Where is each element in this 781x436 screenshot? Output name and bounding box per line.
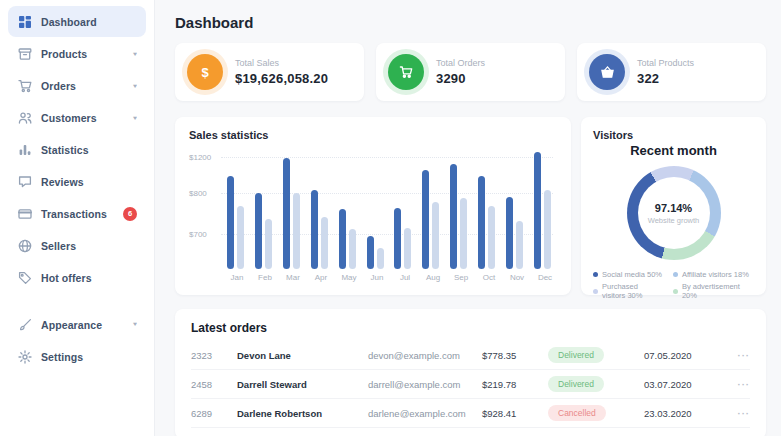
customer-email: devon@example.com (368, 350, 482, 361)
sales-bar-chart: $1200$800$700 (221, 151, 553, 269)
x-axis-tick: Dec (535, 273, 555, 282)
bar-group-dec (534, 151, 551, 269)
order-price: $928.41 (482, 408, 548, 419)
sidebar-item-settings[interactable]: Settings (8, 341, 146, 372)
orders-table: 2323Devon Lanedevon@example.com$778.35De… (191, 341, 750, 428)
settings-gear-icon (17, 349, 32, 364)
sidebar-item-customers[interactable]: Customers▾ (8, 102, 146, 133)
x-axis-tick: May (339, 273, 359, 282)
legend-item: By advertisement 20% (673, 282, 754, 300)
sidebar-item-hot-offers[interactable]: Hot offers (8, 262, 146, 293)
order-id: 6289 (191, 408, 237, 419)
website-growth-value: 97.14% (655, 202, 692, 214)
x-axis-tick: Apr (311, 273, 331, 282)
donut-center: 97.14% Website growth (638, 177, 710, 249)
notification-badge: 6 (123, 207, 137, 221)
basket-icon (589, 54, 625, 90)
status-badge: Delivered (548, 347, 604, 363)
sidebar-item-statistics[interactable]: Statistics (8, 134, 146, 165)
sidebar-item-label: Sellers (41, 240, 137, 252)
table-row: 2458Darrell Stewarddarrell@example.com$2… (191, 370, 750, 399)
sidebar-item-transactions[interactable]: Transactions6 (8, 198, 146, 229)
bar-group-sep (450, 151, 467, 269)
previous-bar (237, 206, 244, 269)
latest-orders-title: Latest orders (191, 321, 750, 335)
previous-bar (544, 190, 551, 269)
x-axis-tick: Feb (255, 273, 275, 282)
previous-bar (349, 229, 356, 269)
previous-bar (404, 228, 411, 269)
y-axis-tick: $1200 (189, 152, 211, 161)
sales-statistics-card: Sales statistics $1200$800$700 JanFebMar… (175, 117, 571, 295)
page-title: Dashboard (175, 14, 766, 31)
bar-group-nov (506, 151, 523, 269)
sidebar-item-orders[interactable]: Orders▾ (8, 70, 146, 101)
main-content: Dashboard $Total Sales$19,626,058.20Tota… (155, 0, 781, 436)
sidebar-item-appearance[interactable]: Appearance▾ (8, 309, 146, 340)
sidebar-item-label: Hot offers (41, 272, 137, 284)
sellers-globe-icon (17, 238, 32, 253)
bar-group-feb (255, 151, 272, 269)
legend-dot (673, 272, 678, 277)
chevron-down-icon: ▾ (133, 321, 137, 328)
row-menu-icon[interactable]: ··· (730, 379, 750, 390)
bar-group-jun (367, 151, 384, 269)
y-axis-tick: $800 (189, 189, 207, 198)
current-bar (422, 170, 429, 269)
legend-item: Purchased visitors 30% (593, 282, 663, 300)
appearance-brush-icon (17, 317, 32, 332)
legend-dot (673, 289, 678, 294)
legend-item: Affiliate visitors 18% (673, 270, 754, 279)
row-menu-icon[interactable]: ··· (730, 408, 750, 419)
row-menu-icon[interactable]: ··· (730, 350, 750, 361)
current-bar (283, 158, 290, 269)
order-price: $778.35 (482, 350, 548, 361)
sidebar-item-label: Statistics (41, 144, 137, 156)
sidebar-item-label: Customers (41, 112, 124, 124)
cart-icon (388, 54, 424, 90)
sidebar-item-label: Products (41, 48, 124, 60)
stat-label: Total Orders (436, 58, 485, 68)
legend-item: Social media 50% (593, 270, 663, 279)
order-date: 03.07.2020 (644, 379, 730, 390)
sidebar-item-products[interactable]: Products▾ (8, 38, 146, 69)
sidebar-item-dashboard[interactable]: Dashboard (8, 6, 146, 37)
sidebar-item-label: Transactions (41, 208, 114, 220)
products-icon (17, 46, 32, 61)
sidebar-item-label: Dashboard (41, 16, 137, 28)
table-row: 2323Devon Lanedevon@example.com$778.35De… (191, 341, 750, 370)
legend-label: Affiliate visitors 18% (682, 270, 749, 279)
customer-email: darlene@example.com (368, 408, 482, 419)
sidebar-item-sellers[interactable]: Sellers (8, 230, 146, 261)
previous-bar (321, 217, 328, 269)
current-bar (478, 176, 485, 269)
x-axis-tick: Jul (395, 273, 415, 282)
legend-label: By advertisement 20% (682, 282, 754, 300)
order-price: $219.78 (482, 379, 548, 390)
current-bar (534, 152, 541, 269)
table-row: 6289Darlene Robertsondarlene@example.com… (191, 399, 750, 428)
visitors-donut-chart: 97.14% Website growth (627, 166, 721, 260)
x-axis-tick: Mar (283, 273, 303, 282)
x-axis-labels: JanFebMarAprMayJunJulAugSepOctNovDec (227, 273, 555, 282)
x-axis-tick: Oct (479, 273, 499, 282)
hot-offers-tag-icon (17, 270, 32, 285)
statistics-icon (17, 142, 32, 157)
previous-bar (265, 219, 272, 269)
bar-group-jan (227, 151, 244, 269)
legend-label: Purchased visitors 30% (602, 282, 663, 300)
sidebar-item-reviews[interactable]: Reviews (8, 166, 146, 197)
bar-group-oct (478, 151, 495, 269)
sidebar-item-label: Appearance (41, 319, 124, 331)
stat-value: $19,626,058.20 (235, 71, 328, 86)
previous-bar (377, 248, 384, 269)
website-growth-label: Website growth (648, 216, 700, 225)
bar-group-mar (283, 151, 300, 269)
current-bar (255, 193, 262, 269)
donut-area: 97.14% Website growth (593, 166, 754, 260)
current-bar (367, 236, 374, 269)
customer-name: Devon Lane (237, 350, 368, 361)
dollar-icon: $ (187, 54, 223, 90)
stat-card-total-orders: Total Orders3290 (376, 43, 565, 101)
bar-series (227, 151, 551, 269)
